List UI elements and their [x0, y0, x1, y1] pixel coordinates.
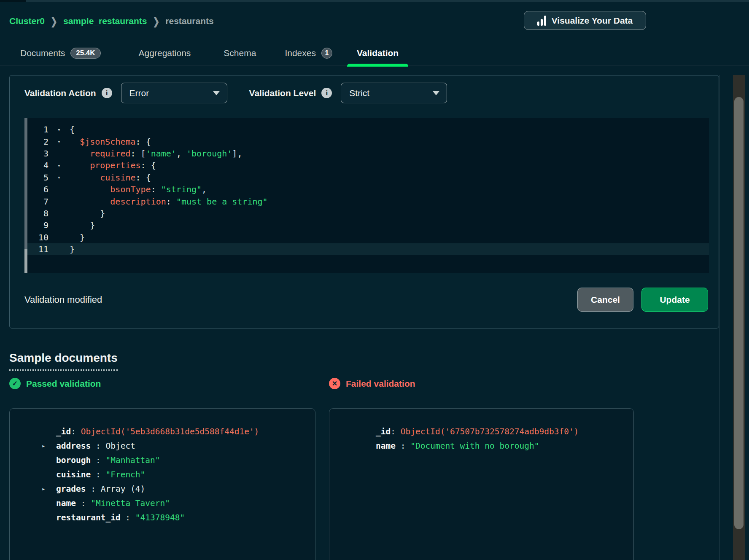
collection-tabs: Documents 25.4K Aggregations Schema Inde…	[20, 40, 399, 66]
expand-toggle-icon[interactable]: ▸	[42, 485, 56, 492]
visualize-button-label: Visualize Your Data	[552, 16, 633, 26]
field-key: _id	[56, 427, 71, 436]
line-number: 6	[24, 184, 48, 194]
editor-line: 7 description: "must be a string"	[24, 195, 709, 207]
line-number: 5	[24, 172, 48, 183]
field-separator: :	[71, 427, 81, 436]
tab-indexes[interactable]: Indexes 1	[285, 40, 332, 66]
fold-toggle-icon[interactable]: ▾	[48, 127, 70, 133]
tab-schema[interactable]: Schema	[224, 40, 256, 66]
line-number: 2	[24, 137, 48, 147]
breadcrumb-cluster[interactable]: Cluster0	[9, 16, 45, 26]
line-number: 7	[24, 197, 48, 207]
document-field-row: cuisine : "French"	[42, 467, 311, 482]
line-code: properties: {	[70, 160, 156, 170]
scrollbar-thumb[interactable]	[734, 97, 744, 529]
visualize-your-data-button[interactable]: Visualize Your Data	[524, 11, 646, 30]
line-number: 1	[24, 124, 48, 135]
editor-line: 3 required: ['name', 'borough'],	[24, 148, 709, 159]
sample-documents-title: Sample documents	[9, 351, 118, 371]
field-value: ObjectId('5eb3d668b31de5d588f44d1e')	[81, 427, 259, 436]
editor-line: 1▾{	[24, 124, 709, 135]
line-number: 8	[24, 208, 48, 218]
validation-level-select[interactable]: Strict	[341, 83, 447, 103]
update-button[interactable]: Update	[641, 288, 708, 312]
document-field-row: name : "Document with no borough"	[361, 439, 629, 453]
validation-footer: Validation modified Cancel Update	[24, 288, 708, 312]
bar-chart-icon	[537, 16, 546, 26]
window-top-strip-left	[0, 0, 26, 2]
line-code: bsonType: "string",	[70, 184, 207, 194]
field-key: _id	[376, 427, 391, 436]
breadcrumb-collection: restaurants	[165, 16, 213, 26]
info-icon[interactable]: i	[102, 88, 112, 98]
line-number: 10	[24, 232, 48, 242]
field-value: "Document with no borough"	[410, 441, 539, 451]
passed-document-card: _id: ObjectId('5eb3d668b31de5d588f44d1e'…	[9, 408, 315, 560]
sample-documents-row: _id: ObjectId('5eb3d668b31de5d588f44d1e'…	[9, 408, 634, 560]
field-value: ObjectId('67507b732578274adb9db3f0')	[401, 427, 579, 436]
validation-action-select[interactable]: Error	[121, 83, 227, 103]
document-field-row: ▸address : Object	[42, 439, 311, 453]
field-key: address	[56, 441, 91, 451]
tab-documents[interactable]: Documents 25.4K	[20, 40, 101, 66]
line-number: 11	[24, 244, 48, 254]
line-code: }	[70, 208, 105, 218]
content-right-divider	[719, 75, 719, 560]
line-number: 3	[24, 148, 48, 159]
editor-line: 8 }	[24, 207, 709, 219]
document-field-row: name : "Minetta Tavern"	[42, 496, 311, 510]
line-code: $jsonSchema: {	[70, 137, 151, 147]
cancel-button[interactable]: Cancel	[577, 288, 633, 312]
failed-doc-body: _id: ObjectId('67507b732578274adb9db3f0'…	[361, 424, 629, 453]
expand-toggle-icon[interactable]: ▸	[42, 442, 56, 449]
tab-aggregations[interactable]: Aggregations	[139, 40, 191, 66]
field-value: Object	[105, 441, 135, 451]
document-field-row: _id: ObjectId('67507b732578274adb9db3f0'…	[361, 424, 629, 439]
info-icon[interactable]: i	[321, 88, 332, 98]
fold-toggle-icon[interactable]: ▾	[48, 138, 70, 145]
line-code: {	[70, 124, 75, 135]
editor-gutter-bar	[24, 118, 27, 273]
field-key: restaurant_id	[56, 513, 121, 522]
line-number: 9	[24, 220, 48, 230]
schema-editor-lines: 1▾{2▾ $jsonSchema: {3 required: ['name',…	[24, 118, 709, 255]
line-code: }	[70, 244, 75, 254]
field-separator: :	[91, 455, 105, 465]
passed-validation-label: ✓ Passed validation	[9, 378, 329, 389]
document-field-row: ▸grades : Array (4)	[42, 482, 311, 496]
documents-count-badge: 25.4K	[70, 48, 100, 59]
field-separator: :	[86, 484, 100, 494]
sample-status-row: ✓ Passed validation ✕ Failed validation	[9, 378, 634, 389]
line-code: }	[70, 220, 95, 230]
validation-action-value: Error	[129, 88, 149, 98]
validation-action-label: Validation Action	[24, 88, 96, 98]
fold-toggle-icon[interactable]: ▾	[48, 162, 70, 169]
field-value: "41378948"	[135, 513, 185, 522]
field-separator: :	[91, 470, 105, 479]
failed-validation-label: ✕ Failed validation	[329, 378, 634, 389]
line-code: required: ['name', 'borough'],	[70, 148, 242, 159]
chevron-right-icon: ❯	[153, 15, 159, 27]
tab-validation[interactable]: Validation	[357, 40, 399, 66]
validation-level-value: Strict	[349, 88, 369, 98]
field-separator: :	[121, 513, 135, 522]
document-field-row: borough : "Manhattan"	[42, 453, 311, 467]
schema-editor[interactable]: 1▾{2▾ $jsonSchema: {3 required: ['name',…	[24, 118, 709, 273]
field-value: "Minetta Tavern"	[91, 498, 170, 508]
editor-line: 6 bsonType: "string",	[24, 183, 709, 195]
editor-line: 5▾ cuisine: {	[24, 172, 709, 183]
field-key: name	[376, 441, 396, 451]
validation-level-label: Validation Level	[249, 88, 316, 98]
vertical-scrollbar[interactable]	[733, 75, 745, 560]
editor-line: 4▾ properties: {	[24, 159, 709, 171]
field-value: "French"	[105, 470, 145, 479]
fold-toggle-icon[interactable]: ▾	[48, 174, 70, 180]
line-code: cuisine: {	[70, 172, 151, 183]
editor-line: 2▾ $jsonSchema: {	[24, 135, 709, 147]
field-key: borough	[56, 455, 91, 465]
breadcrumb-database[interactable]: sample_restaurants	[63, 16, 147, 26]
field-separator: :	[396, 441, 410, 451]
failed-document-card: _id: ObjectId('67507b732578274adb9db3f0'…	[329, 408, 634, 560]
indexes-count-badge: 1	[321, 48, 332, 59]
